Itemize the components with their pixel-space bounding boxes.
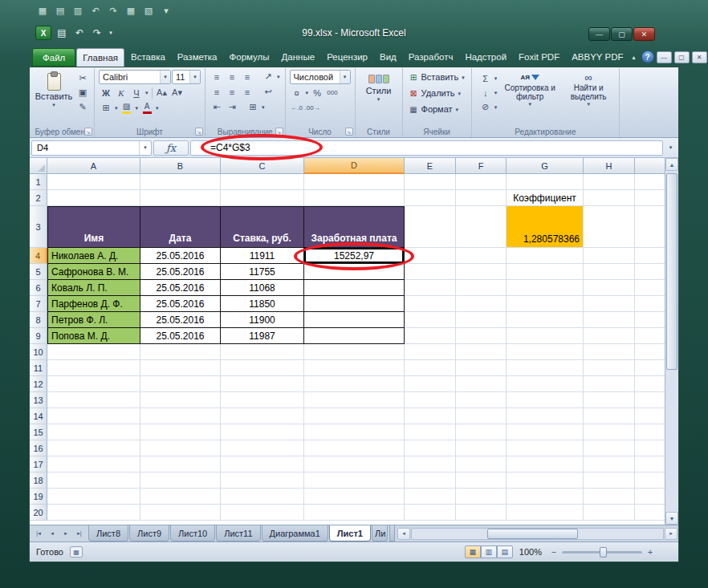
name-box-dropdown-icon[interactable]: ▾ xyxy=(139,141,151,155)
cell-G6[interactable] xyxy=(507,280,584,296)
cell-B2[interactable] xyxy=(140,190,221,206)
cell-D7[interactable] xyxy=(304,296,405,312)
font-color-dropdown-icon[interactable]: ▾ xyxy=(155,105,160,111)
bold-button[interactable]: Ж xyxy=(99,86,113,99)
cell-G7[interactable] xyxy=(507,296,584,312)
tab-Разработч[interactable]: Разработч xyxy=(403,48,459,67)
cell-F8[interactable] xyxy=(456,312,507,328)
cell-B11[interactable] xyxy=(140,360,221,376)
increase-decimal-icon[interactable]: ←.0 xyxy=(290,101,304,115)
cell-F3[interactable] xyxy=(456,206,507,248)
cell-G11[interactable] xyxy=(507,360,584,376)
cell-A1[interactable] xyxy=(47,174,140,190)
row-header-3[interactable]: 3 xyxy=(30,206,47,248)
next-sheet-icon[interactable]: ▸ xyxy=(59,527,72,540)
tab-ABBYY PDF[interactable]: ABBYY PDF xyxy=(566,48,629,67)
cell-G17[interactable] xyxy=(507,456,584,472)
cell-G13[interactable] xyxy=(507,392,584,408)
zoom-out-icon[interactable]: − xyxy=(548,546,559,558)
font-family-select[interactable]: Calibri ▾ xyxy=(99,70,171,84)
underline-dropdown-icon[interactable]: ▾ xyxy=(144,90,149,95)
cell-G4[interactable] xyxy=(507,248,584,264)
cell-H2[interactable] xyxy=(584,190,635,206)
styles-button[interactable]: Стили ▾ xyxy=(360,70,398,126)
cell-F13[interactable] xyxy=(456,392,507,408)
font-family-dropdown-icon[interactable]: ▾ xyxy=(160,71,170,83)
maximize-button[interactable]: ▢ xyxy=(611,27,633,41)
cell-H1[interactable] xyxy=(584,174,635,190)
align-left-icon[interactable]: ≡ xyxy=(210,85,224,99)
align-right-icon[interactable]: ≡ xyxy=(240,85,254,99)
zoom-level[interactable]: 100% xyxy=(519,547,542,557)
tab-Вид[interactable]: Вид xyxy=(374,48,402,67)
scroll-right-icon[interactable]: ▸ xyxy=(665,528,677,540)
row-header-4[interactable]: 4 xyxy=(30,248,47,264)
first-sheet-icon[interactable]: |◂ xyxy=(32,527,45,540)
cell-H16[interactable] xyxy=(584,440,635,456)
cell-D11[interactable] xyxy=(304,360,405,376)
cell-B4[interactable]: 25.05.2016 xyxy=(140,248,221,264)
cell-A6[interactable]: Коваль Л. П. xyxy=(47,280,140,296)
workbook-minimize-icon[interactable]: — xyxy=(657,51,672,63)
minimize-button[interactable]: — xyxy=(588,27,610,41)
cell-D12[interactable] xyxy=(304,376,405,392)
cut-icon[interactable]: ✂ xyxy=(75,71,90,85)
cell-E13[interactable] xyxy=(405,392,456,408)
align-top-icon[interactable]: ≡ xyxy=(210,70,224,83)
tab-Foxit PDF[interactable]: Foxit PDF xyxy=(513,48,565,67)
shrink-font-icon[interactable]: А▾ xyxy=(170,86,185,99)
cell-E18[interactable] xyxy=(405,472,456,489)
cell-G12[interactable] xyxy=(507,376,584,392)
resize-grip[interactable] xyxy=(662,542,672,562)
row-header-15[interactable]: 15 xyxy=(30,424,47,440)
page-break-view-icon[interactable]: ▤ xyxy=(497,545,513,558)
fill-color-dropdown-icon[interactable]: ▾ xyxy=(135,105,140,111)
cell-G18[interactable] xyxy=(507,472,584,489)
underline-button[interactable]: Ч xyxy=(129,86,144,99)
cell-F12[interactable] xyxy=(456,376,507,392)
cell-A14[interactable] xyxy=(47,408,140,424)
cell-C8[interactable]: 11900 xyxy=(221,312,304,328)
cell-B3[interactable]: Дата xyxy=(140,206,221,248)
insert-cells-button[interactable]: ⊞ Вставить ▾ xyxy=(407,70,467,84)
macro-record-icon[interactable]: ▦ xyxy=(70,546,83,558)
cell-A15[interactable] xyxy=(47,424,140,440)
fill-color-icon[interactable]: ▨ xyxy=(120,101,134,115)
cell-A8[interactable]: Петров Ф. Л. xyxy=(47,312,140,328)
cell-B10[interactable] xyxy=(140,344,221,360)
cell-E7[interactable] xyxy=(405,296,456,312)
horizontal-scroll-thumb[interactable] xyxy=(487,529,578,539)
cell-H14[interactable] xyxy=(584,408,635,424)
cell-E2[interactable] xyxy=(405,190,456,206)
cell-C15[interactable] xyxy=(221,424,304,440)
number-format-select[interactable]: Числовой ▾ xyxy=(290,70,351,84)
cell-B19[interactable] xyxy=(140,489,221,505)
cell-F15[interactable] xyxy=(456,424,507,440)
align-bottom-icon[interactable]: ≡ xyxy=(240,70,254,83)
cell-H7[interactable] xyxy=(584,296,635,312)
cell-C19[interactable] xyxy=(221,489,304,505)
cell-A4[interactable]: Николаев А. Д. xyxy=(47,248,140,264)
cell-E12[interactable] xyxy=(405,376,456,392)
merge-center-icon[interactable]: ⊞ xyxy=(246,100,260,114)
cell-A20[interactable] xyxy=(47,505,140,521)
chart-icon[interactable]: ▧ xyxy=(141,4,156,18)
cell-F11[interactable] xyxy=(456,360,507,376)
align-center-icon[interactable]: ≡ xyxy=(225,85,239,99)
cell-E20[interactable] xyxy=(405,505,456,521)
cell-A10[interactable] xyxy=(47,344,140,360)
cell-B13[interactable] xyxy=(140,392,221,408)
vertical-scroll-thumb[interactable] xyxy=(666,173,677,370)
cell-F19[interactable] xyxy=(456,489,507,505)
zoom-in-icon[interactable]: + xyxy=(645,546,656,558)
column-header-F[interactable]: F xyxy=(456,158,507,174)
wrap-text-icon[interactable]: ↩ xyxy=(261,85,275,99)
cell-D3[interactable]: Заработная плата xyxy=(304,206,405,248)
borders-icon[interactable]: ⊞ xyxy=(99,101,113,115)
format-painter-icon[interactable]: ✎ xyxy=(75,100,90,114)
cell-A5[interactable]: Сафронова В. М. xyxy=(47,264,140,280)
cell-H17[interactable] xyxy=(584,456,635,472)
orientation-dropdown-icon[interactable]: ▾ xyxy=(276,74,281,79)
cell-D13[interactable] xyxy=(304,392,405,408)
alignment-dialog-launcher-icon[interactable]: ↘ xyxy=(275,128,283,136)
